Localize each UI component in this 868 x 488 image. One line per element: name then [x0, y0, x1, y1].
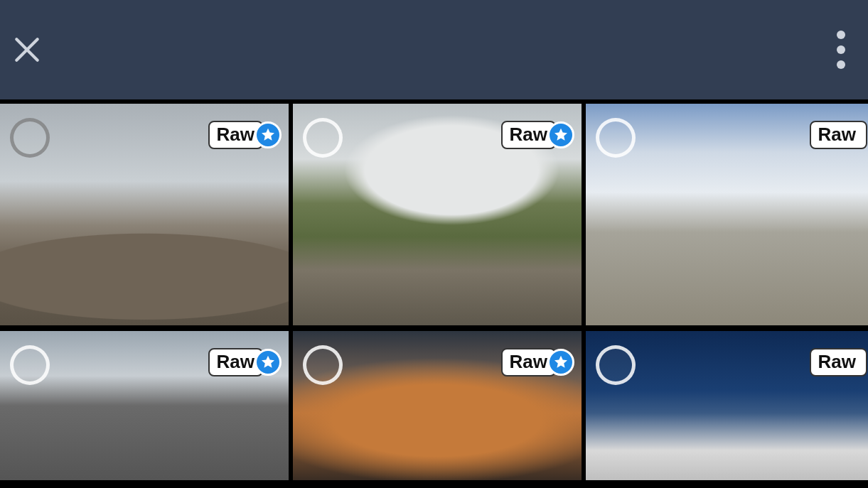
star-icon: [553, 354, 569, 370]
kebab-dot-icon: [837, 60, 845, 69]
selection-circle[interactable]: [10, 345, 50, 385]
selection-circle[interactable]: [303, 118, 343, 158]
star-icon: [553, 127, 569, 143]
photo-cell[interactable]: Raw: [0, 104, 289, 325]
raw-badge: Raw: [208, 348, 282, 376]
kebab-dot-icon: [837, 31, 845, 39]
photo-cell[interactable]: Raw: [293, 104, 582, 325]
more-options-button[interactable]: [827, 26, 855, 73]
star-badge: [254, 349, 282, 376]
raw-badge: Raw: [208, 121, 282, 149]
raw-badge: Raw: [501, 348, 574, 376]
star-icon: [260, 127, 276, 143]
star-badge: [547, 349, 574, 376]
raw-badge: Raw: [501, 121, 574, 149]
star-badge: [254, 121, 282, 148]
kebab-dot-icon: [837, 45, 845, 54]
raw-label: Raw: [810, 348, 867, 376]
photo-cell[interactable]: Raw: [0, 331, 289, 480]
close-icon: [12, 35, 42, 65]
raw-badge: Raw: [810, 348, 867, 376]
selection-circle[interactable]: [596, 118, 636, 158]
close-button[interactable]: [7, 30, 47, 70]
selection-circle[interactable]: [303, 345, 343, 385]
selection-header: [0, 0, 868, 99]
raw-label: Raw: [810, 121, 867, 149]
selection-circle[interactable]: [596, 345, 636, 385]
photo-cell[interactable]: Raw: [586, 331, 868, 480]
photo-cell[interactable]: Raw: [586, 104, 868, 325]
selection-circle[interactable]: [10, 118, 50, 158]
photo-grid: Raw Raw Raw Raw: [0, 104, 868, 480]
raw-badge: Raw: [810, 121, 867, 149]
star-badge: [547, 121, 574, 148]
photo-cell[interactable]: Raw: [293, 331, 582, 480]
star-icon: [260, 354, 276, 370]
